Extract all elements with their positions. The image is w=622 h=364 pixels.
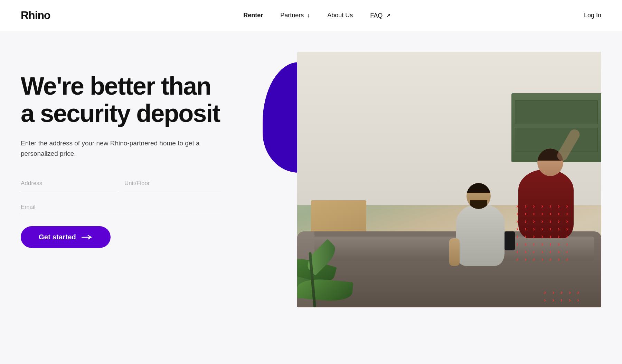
- chevron-item: ›: [548, 257, 553, 262]
- faq-arrow-icon: ↗: [386, 12, 391, 19]
- chevron-row: ›››››››: [515, 227, 591, 231]
- chevron-item: ›: [559, 298, 564, 303]
- chevron-item: ›: [523, 204, 528, 209]
- navbar: Rhino Renter Partners ↓ About Us FAQ ↗ L…: [0, 0, 622, 31]
- nav-item-faq[interactable]: FAQ ↗: [370, 12, 391, 19]
- nav-link-renter[interactable]: Renter: [243, 12, 263, 19]
- leaf-4: [297, 277, 353, 303]
- chevron-item: ›: [576, 298, 581, 303]
- photo-scene: ››››››››››››››››››››››››››››››››››››››››…: [297, 52, 601, 307]
- get-started-label: Get started: [39, 233, 76, 241]
- chevron-item: ›: [531, 227, 536, 231]
- person-2-figure: [456, 204, 505, 266]
- unit-input[interactable]: [124, 176, 221, 191]
- login-link[interactable]: Log In: [584, 12, 601, 19]
- nav-item-renter[interactable]: Renter: [243, 12, 263, 19]
- chevron-item: ›: [548, 219, 553, 224]
- chevron-item: ›: [540, 211, 545, 216]
- left-panel: We're better than a security deposit Ent…: [21, 52, 235, 363]
- chevron-item: ›: [556, 204, 561, 209]
- chevron-item: ›: [523, 257, 528, 262]
- chevron-row: ›››››: [543, 290, 584, 295]
- chevron-item: ›: [565, 211, 569, 216]
- chevron-row: ›››››››: [515, 211, 591, 216]
- chevron-item: ›: [540, 234, 545, 239]
- chevron-item: ›: [523, 249, 528, 254]
- hero-subtitle: Enter the address of your new Rhino-part…: [21, 138, 200, 159]
- chevron-row: ›››››: [543, 298, 584, 303]
- chevron-item: ›: [543, 290, 547, 295]
- chevron-item: ›: [531, 204, 536, 209]
- p2-head: [466, 183, 491, 209]
- chevron-row: ›››››››: [515, 219, 591, 224]
- chevron-item: ›: [540, 219, 545, 224]
- chevron-item: ›: [565, 242, 569, 247]
- hero-title: We're better than a security deposit: [21, 73, 221, 127]
- chevron-item: ›: [523, 234, 528, 239]
- arrow-right-icon: [82, 234, 93, 240]
- chevron-item: ›: [551, 298, 556, 303]
- chevron-item: ›: [567, 298, 572, 303]
- chevron-row: ›››››››: [515, 257, 591, 262]
- chevron-item: ›: [565, 234, 569, 239]
- chevron-row: ›››››››: [515, 234, 591, 239]
- chevron-row: ›››››››: [515, 249, 591, 254]
- chevron-item: ›: [556, 249, 561, 254]
- chevron-grid-main: ››››››››››››››››››››››››››››››››››››››››…: [515, 204, 591, 280]
- nav-links: Renter Partners ↓ About Us FAQ ↗: [243, 12, 391, 19]
- chevron-item: ›: [540, 249, 545, 254]
- chevron-item: ›: [515, 234, 520, 239]
- chevron-grid-secondary: ››››››››››: [543, 290, 584, 307]
- email-input[interactable]: [21, 200, 221, 215]
- chevron-item: ›: [565, 219, 569, 224]
- chevron-row: ›››››››: [515, 242, 591, 247]
- unit-group: [124, 176, 221, 191]
- nav-link-partners[interactable]: Partners ↓: [280, 12, 310, 19]
- chevron-item: ›: [515, 242, 520, 247]
- chevron-item: ›: [531, 242, 536, 247]
- nav-item-partners[interactable]: Partners ↓: [280, 12, 310, 19]
- logo[interactable]: Rhino: [21, 9, 50, 22]
- chevron-item: ›: [565, 249, 569, 254]
- chevron-item: ›: [565, 227, 569, 231]
- chevron-item: ›: [565, 257, 569, 262]
- chevron-item: ›: [531, 211, 536, 216]
- form-row-1: [21, 176, 221, 191]
- chevron-item: ›: [565, 204, 569, 209]
- address-input[interactable]: [21, 176, 117, 191]
- nav-link-about[interactable]: About Us: [327, 12, 353, 19]
- chevron-item: ›: [556, 257, 561, 262]
- partners-arrow-icon: ↓: [307, 12, 310, 19]
- form-row-2: [21, 200, 221, 215]
- chevron-item: ›: [531, 249, 536, 254]
- p2-hair: [466, 183, 491, 193]
- chevron-item: ›: [548, 211, 553, 216]
- chevron-item: ›: [559, 290, 564, 295]
- address-group: [21, 176, 117, 191]
- chevron-item: ›: [556, 227, 561, 231]
- right-panel: ››››››››››››››››››››››››››››››››››››››››…: [235, 52, 601, 363]
- chevron-item: ›: [515, 219, 520, 224]
- main-content: We're better than a security deposit Ent…: [0, 31, 622, 363]
- chevron-item: ›: [548, 227, 553, 231]
- chevron-item: ›: [515, 204, 520, 209]
- p2-beard: [470, 200, 487, 209]
- chevron-item: ›: [515, 249, 520, 254]
- chevron-item: ›: [523, 211, 528, 216]
- nav-item-about[interactable]: About Us: [327, 12, 353, 19]
- chevron-item: ›: [548, 249, 553, 254]
- chevron-item: ›: [540, 242, 545, 247]
- chevron-item: ›: [523, 242, 528, 247]
- p2-arm-tattoo: [449, 238, 460, 266]
- chevron-item: ›: [515, 257, 520, 262]
- chevron-item: ›: [556, 234, 561, 239]
- plant-overlay: [297, 218, 394, 307]
- chevron-item: ›: [531, 257, 536, 262]
- p2-body: [456, 204, 505, 266]
- nav-link-faq[interactable]: FAQ ↗: [370, 12, 391, 19]
- dresser-drawer-2: [515, 128, 598, 152]
- chevron-item: ›: [515, 227, 520, 231]
- get-started-button[interactable]: Get started: [21, 226, 111, 248]
- chevron-item: ›: [531, 219, 536, 224]
- chevron-item: ›: [523, 219, 528, 224]
